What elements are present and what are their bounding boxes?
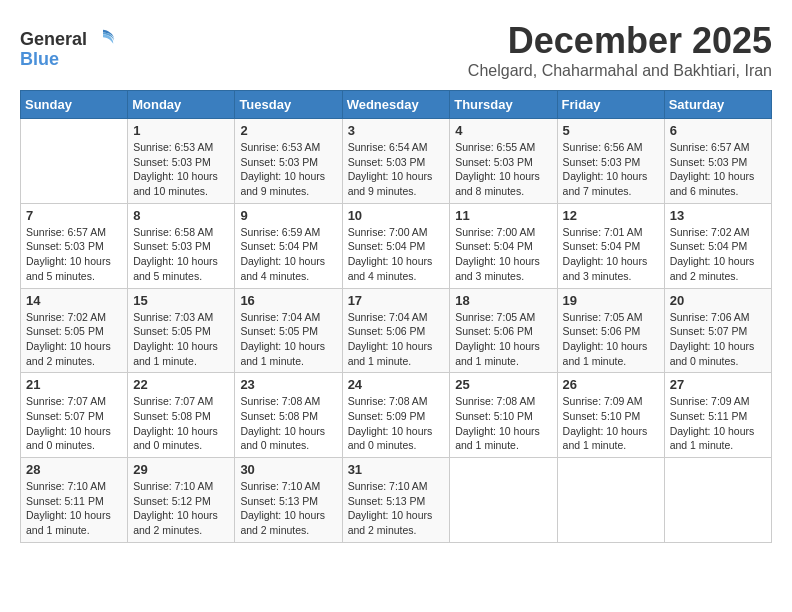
day-info: Sunrise: 7:05 AM Sunset: 5:06 PM Dayligh…	[455, 310, 551, 369]
day-info: Sunrise: 7:08 AM Sunset: 5:09 PM Dayligh…	[348, 394, 445, 453]
day-number: 10	[348, 208, 445, 223]
calendar-cell: 20Sunrise: 7:06 AM Sunset: 5:07 PM Dayli…	[664, 288, 771, 373]
subtitle: Chelgard, Chaharmahal and Bakhtiari, Ira…	[468, 62, 772, 80]
day-number: 25	[455, 377, 551, 392]
title-area: December 2025 Chelgard, Chaharmahal and …	[468, 20, 772, 80]
calendar-cell: 8Sunrise: 6:58 AM Sunset: 5:03 PM Daylig…	[128, 203, 235, 288]
day-info: Sunrise: 7:02 AM Sunset: 5:04 PM Dayligh…	[670, 225, 766, 284]
calendar-cell: 17Sunrise: 7:04 AM Sunset: 5:06 PM Dayli…	[342, 288, 450, 373]
day-info: Sunrise: 6:56 AM Sunset: 5:03 PM Dayligh…	[563, 140, 659, 199]
day-info: Sunrise: 7:06 AM Sunset: 5:07 PM Dayligh…	[670, 310, 766, 369]
day-number: 30	[240, 462, 336, 477]
logo-icon	[89, 25, 117, 53]
day-info: Sunrise: 7:07 AM Sunset: 5:07 PM Dayligh…	[26, 394, 122, 453]
calendar-cell: 26Sunrise: 7:09 AM Sunset: 5:10 PM Dayli…	[557, 373, 664, 458]
weekday-header-wednesday: Wednesday	[342, 91, 450, 119]
day-number: 22	[133, 377, 229, 392]
calendar-cell: 23Sunrise: 7:08 AM Sunset: 5:08 PM Dayli…	[235, 373, 342, 458]
calendar-cell: 7Sunrise: 6:57 AM Sunset: 5:03 PM Daylig…	[21, 203, 128, 288]
calendar-cell: 9Sunrise: 6:59 AM Sunset: 5:04 PM Daylig…	[235, 203, 342, 288]
day-number: 15	[133, 293, 229, 308]
calendar-cell: 2Sunrise: 6:53 AM Sunset: 5:03 PM Daylig…	[235, 119, 342, 204]
calendar-cell: 1Sunrise: 6:53 AM Sunset: 5:03 PM Daylig…	[128, 119, 235, 204]
calendar-cell: 28Sunrise: 7:10 AM Sunset: 5:11 PM Dayli…	[21, 458, 128, 543]
day-info: Sunrise: 7:05 AM Sunset: 5:06 PM Dayligh…	[563, 310, 659, 369]
day-number: 7	[26, 208, 122, 223]
day-info: Sunrise: 7:01 AM Sunset: 5:04 PM Dayligh…	[563, 225, 659, 284]
day-number: 1	[133, 123, 229, 138]
weekday-header-row: SundayMondayTuesdayWednesdayThursdayFrid…	[21, 91, 772, 119]
calendar-cell: 15Sunrise: 7:03 AM Sunset: 5:05 PM Dayli…	[128, 288, 235, 373]
calendar-cell: 6Sunrise: 6:57 AM Sunset: 5:03 PM Daylig…	[664, 119, 771, 204]
day-number: 5	[563, 123, 659, 138]
day-number: 29	[133, 462, 229, 477]
calendar-cell: 4Sunrise: 6:55 AM Sunset: 5:03 PM Daylig…	[450, 119, 557, 204]
calendar-cell: 12Sunrise: 7:01 AM Sunset: 5:04 PM Dayli…	[557, 203, 664, 288]
week-row-1: 1Sunrise: 6:53 AM Sunset: 5:03 PM Daylig…	[21, 119, 772, 204]
calendar-cell: 30Sunrise: 7:10 AM Sunset: 5:13 PM Dayli…	[235, 458, 342, 543]
day-number: 3	[348, 123, 445, 138]
day-info: Sunrise: 7:09 AM Sunset: 5:11 PM Dayligh…	[670, 394, 766, 453]
day-number: 28	[26, 462, 122, 477]
main-title: December 2025	[468, 20, 772, 62]
calendar-cell: 10Sunrise: 7:00 AM Sunset: 5:04 PM Dayli…	[342, 203, 450, 288]
day-info: Sunrise: 7:00 AM Sunset: 5:04 PM Dayligh…	[455, 225, 551, 284]
calendar-cell: 25Sunrise: 7:08 AM Sunset: 5:10 PM Dayli…	[450, 373, 557, 458]
calendar-cell: 27Sunrise: 7:09 AM Sunset: 5:11 PM Dayli…	[664, 373, 771, 458]
day-info: Sunrise: 6:53 AM Sunset: 5:03 PM Dayligh…	[240, 140, 336, 199]
calendar-cell: 14Sunrise: 7:02 AM Sunset: 5:05 PM Dayli…	[21, 288, 128, 373]
day-number: 19	[563, 293, 659, 308]
calendar-cell	[664, 458, 771, 543]
calendar-cell: 19Sunrise: 7:05 AM Sunset: 5:06 PM Dayli…	[557, 288, 664, 373]
day-info: Sunrise: 7:08 AM Sunset: 5:08 PM Dayligh…	[240, 394, 336, 453]
day-info: Sunrise: 6:57 AM Sunset: 5:03 PM Dayligh…	[26, 225, 122, 284]
day-info: Sunrise: 7:10 AM Sunset: 5:11 PM Dayligh…	[26, 479, 122, 538]
day-info: Sunrise: 7:10 AM Sunset: 5:13 PM Dayligh…	[348, 479, 445, 538]
day-number: 4	[455, 123, 551, 138]
weekday-header-friday: Friday	[557, 91, 664, 119]
day-info: Sunrise: 7:07 AM Sunset: 5:08 PM Dayligh…	[133, 394, 229, 453]
day-number: 13	[670, 208, 766, 223]
week-row-3: 14Sunrise: 7:02 AM Sunset: 5:05 PM Dayli…	[21, 288, 772, 373]
day-info: Sunrise: 6:59 AM Sunset: 5:04 PM Dayligh…	[240, 225, 336, 284]
day-number: 24	[348, 377, 445, 392]
day-info: Sunrise: 7:08 AM Sunset: 5:10 PM Dayligh…	[455, 394, 551, 453]
day-number: 14	[26, 293, 122, 308]
day-number: 18	[455, 293, 551, 308]
day-number: 27	[670, 377, 766, 392]
day-number: 9	[240, 208, 336, 223]
calendar-cell: 24Sunrise: 7:08 AM Sunset: 5:09 PM Dayli…	[342, 373, 450, 458]
calendar-cell: 5Sunrise: 6:56 AM Sunset: 5:03 PM Daylig…	[557, 119, 664, 204]
day-number: 31	[348, 462, 445, 477]
logo: General Blue	[20, 25, 117, 70]
day-number: 17	[348, 293, 445, 308]
header: General Blue December 2025 Chelgard, Cha…	[20, 20, 772, 80]
calendar-cell: 13Sunrise: 7:02 AM Sunset: 5:04 PM Dayli…	[664, 203, 771, 288]
day-number: 2	[240, 123, 336, 138]
week-row-5: 28Sunrise: 7:10 AM Sunset: 5:11 PM Dayli…	[21, 458, 772, 543]
day-number: 20	[670, 293, 766, 308]
weekday-header-saturday: Saturday	[664, 91, 771, 119]
calendar-cell	[450, 458, 557, 543]
day-number: 11	[455, 208, 551, 223]
calendar-cell: 31Sunrise: 7:10 AM Sunset: 5:13 PM Dayli…	[342, 458, 450, 543]
calendar-cell: 22Sunrise: 7:07 AM Sunset: 5:08 PM Dayli…	[128, 373, 235, 458]
calendar-cell: 16Sunrise: 7:04 AM Sunset: 5:05 PM Dayli…	[235, 288, 342, 373]
day-number: 26	[563, 377, 659, 392]
day-info: Sunrise: 7:09 AM Sunset: 5:10 PM Dayligh…	[563, 394, 659, 453]
calendar-cell: 3Sunrise: 6:54 AM Sunset: 5:03 PM Daylig…	[342, 119, 450, 204]
calendar-cell	[557, 458, 664, 543]
day-number: 8	[133, 208, 229, 223]
calendar-cell: 21Sunrise: 7:07 AM Sunset: 5:07 PM Dayli…	[21, 373, 128, 458]
day-info: Sunrise: 7:10 AM Sunset: 5:12 PM Dayligh…	[133, 479, 229, 538]
day-info: Sunrise: 7:03 AM Sunset: 5:05 PM Dayligh…	[133, 310, 229, 369]
logo-blue: Blue	[20, 49, 59, 70]
week-row-2: 7Sunrise: 6:57 AM Sunset: 5:03 PM Daylig…	[21, 203, 772, 288]
day-number: 12	[563, 208, 659, 223]
day-info: Sunrise: 7:02 AM Sunset: 5:05 PM Dayligh…	[26, 310, 122, 369]
day-info: Sunrise: 7:00 AM Sunset: 5:04 PM Dayligh…	[348, 225, 445, 284]
weekday-header-tuesday: Tuesday	[235, 91, 342, 119]
week-row-4: 21Sunrise: 7:07 AM Sunset: 5:07 PM Dayli…	[21, 373, 772, 458]
calendar-cell	[21, 119, 128, 204]
day-info: Sunrise: 6:54 AM Sunset: 5:03 PM Dayligh…	[348, 140, 445, 199]
